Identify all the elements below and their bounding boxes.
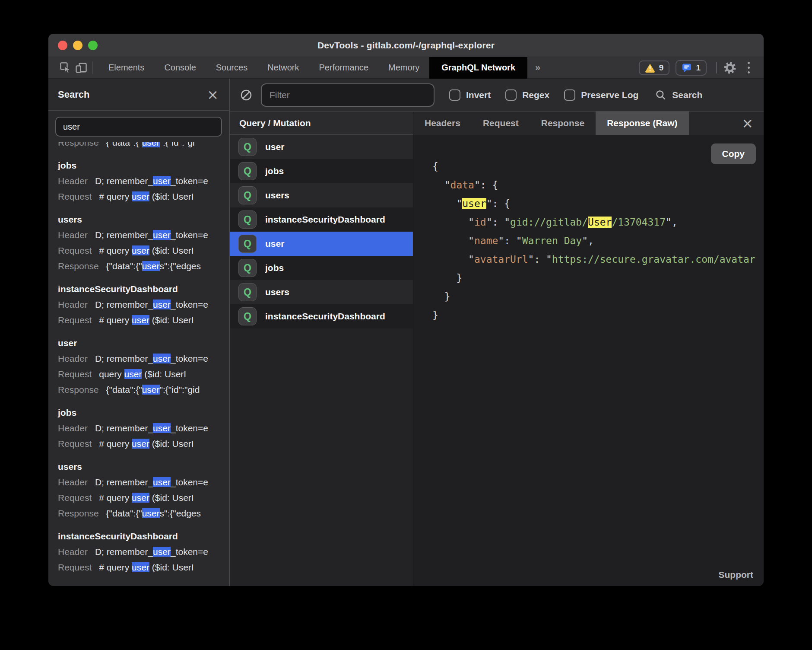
checkbox-label: Regex — [522, 90, 549, 100]
result-line-label: Response — [58, 508, 99, 518]
json-line: } — [432, 269, 764, 287]
result-line-content: D; remember_user_token=e — [95, 547, 208, 557]
result-line-label: Header — [58, 176, 88, 186]
query-type-badge: Q — [238, 259, 257, 277]
search-result-line[interactable]: HeaderD; remember_user_token=e — [58, 297, 229, 312]
search-result-group-title: instanceSecurityDashboard — [58, 281, 229, 297]
query-item-label: users — [265, 190, 289, 201]
window-title: DevTools - gitlab.com/-/graphql-explorer — [48, 40, 764, 51]
search-result-line[interactable]: Request# query user ($id: UserI — [58, 436, 229, 452]
toolbar-divider — [92, 61, 93, 74]
search-result-group-title: instanceSecurityDashboard — [58, 529, 229, 544]
query-type-badge: Q — [238, 283, 257, 301]
settings-gear-icon[interactable] — [722, 60, 738, 76]
query-list-item[interactable]: Qusers — [230, 280, 413, 304]
clear-block-icon[interactable] — [238, 87, 254, 103]
result-line-label: Response — [58, 261, 99, 271]
zoom-button[interactable] — [88, 41, 98, 50]
result-line-label: Request — [58, 191, 92, 201]
tab-network[interactable]: Network — [257, 57, 309, 79]
warnings-badge[interactable]: 9 — [639, 61, 670, 75]
search-result-line[interactable]: Request# query user ($id: UserI — [58, 490, 229, 506]
support-link[interactable]: Support — [719, 570, 753, 580]
search-result-line[interactable]: HeaderD; remember_user_token=e — [58, 475, 229, 490]
tab-sources[interactable]: Sources — [206, 57, 257, 79]
close-button[interactable] — [58, 41, 67, 50]
query-list-item[interactable]: Qjobs — [230, 159, 413, 183]
filter-input[interactable] — [261, 83, 435, 107]
checkbox-regex[interactable] — [505, 89, 517, 101]
query-list-item[interactable]: Quser — [230, 135, 413, 159]
search-button[interactable]: Search — [655, 89, 702, 101]
tab-graphql-network[interactable]: GraphQL Network — [429, 57, 527, 79]
devtools-window: DevTools - gitlab.com/-/graphql-explorer… — [48, 34, 764, 586]
search-result-line[interactable]: Response{"data":{"users":{"edges — [58, 258, 229, 274]
tab-console[interactable]: Console — [154, 57, 206, 79]
search-result-line[interactable]: Request# query user ($id: UserI — [58, 560, 229, 575]
tab-headers[interactable]: Headers — [413, 112, 472, 135]
json-line: "data": { — [432, 176, 764, 194]
query-list-item[interactable]: QinstanceSecurityDashboard — [230, 207, 413, 232]
filter-option-regex: Regex — [505, 89, 549, 101]
more-options-kebab-icon[interactable] — [742, 60, 755, 76]
result-line-content: D; remember_user_token=e — [95, 176, 208, 186]
close-search-icon[interactable]: × — [207, 88, 219, 102]
tab-performance[interactable]: Performance — [309, 57, 379, 79]
search-result-line[interactable]: HeaderD; remember_user_token=e — [58, 227, 229, 243]
query-list-item[interactable]: Qusers — [230, 183, 413, 207]
search-drawer-title: Search — [58, 89, 89, 100]
search-result-line[interactable]: Request# query user ($id: UserI — [58, 243, 229, 258]
query-list-item[interactable]: QinstanceSecurityDashboard — [230, 304, 413, 328]
query-type-badge: Q — [238, 162, 257, 180]
search-result-line[interactable]: Request# query user ($id: UserI — [58, 189, 229, 204]
device-toolbar-icon[interactable] — [73, 60, 89, 76]
query-item-label: instanceSecurityDashboard — [265, 214, 385, 225]
query-type-badge: Q — [238, 210, 257, 229]
search-result-group-title: jobs — [58, 158, 229, 173]
search-result-line[interactable]: HeaderD; remember_user_token=e — [58, 421, 229, 436]
devtools-toolbar: ElementsConsoleSourcesNetworkPerformance… — [48, 57, 764, 79]
tab-elements[interactable]: Elements — [98, 57, 154, 79]
message-bubble-icon — [682, 63, 692, 73]
json-viewer: { "data": { "user": { "id": "gid://gitla… — [413, 135, 764, 325]
network-filter-bar: InvertRegexPreserve Log Search — [230, 79, 764, 112]
titlebar: DevTools - gitlab.com/-/graphql-explorer — [48, 34, 764, 57]
inspect-element-icon[interactable] — [58, 60, 73, 76]
checkbox-preserve-log[interactable] — [564, 89, 575, 101]
result-line-content: # query user ($id: UserI — [99, 439, 193, 449]
json-line: "avatarUrl": "https://secure.gravatar.co… — [432, 250, 764, 269]
query-list-item-selected[interactable]: Quser — [230, 232, 413, 256]
query-type-badge: Q — [238, 307, 257, 325]
filter-option-invert: Invert — [449, 89, 491, 101]
tab-response-raw[interactable]: Response (Raw) — [596, 112, 688, 135]
query-list-item[interactable]: Qjobs — [230, 256, 413, 280]
checkbox-invert[interactable] — [449, 89, 460, 101]
search-result-line[interactable]: HeaderD; remember_user_token=e — [58, 351, 229, 366]
close-response-icon[interactable]: × — [731, 112, 764, 135]
search-result-line[interactable]: Requestquery user ($id: UserI — [58, 366, 229, 382]
search-result-line[interactable]: Response{"data":{"users":{"edges — [58, 506, 229, 521]
copy-button[interactable]: Copy — [711, 143, 756, 164]
search-result-line[interactable]: HeaderD; remember_user_token=e — [58, 544, 229, 560]
messages-badge[interactable]: 1 — [676, 60, 707, 76]
result-line-label: Header — [58, 423, 88, 433]
search-result-group-title: users — [58, 212, 229, 227]
query-item-label: user — [265, 239, 284, 249]
tab-memory[interactable]: Memory — [378, 57, 429, 79]
search-result-line[interactable]: Request# query user ($id: UserI — [58, 312, 229, 328]
query-item-label: instanceSecurityDashboard — [265, 311, 385, 322]
result-line-label: Request — [58, 493, 92, 503]
result-line-label: Request — [58, 562, 92, 572]
tab-request[interactable]: Request — [472, 112, 530, 135]
search-drawer-header: Search × — [48, 79, 229, 111]
search-result-line[interactable]: Response{"data":{"user":{"id":"gi — [58, 142, 229, 150]
more-tabs-button[interactable]: » — [527, 62, 548, 73]
search-input[interactable] — [55, 117, 222, 137]
search-result-line[interactable]: HeaderD; remember_user_token=e — [58, 173, 229, 189]
tab-response[interactable]: Response — [530, 112, 596, 135]
search-result-line[interactable]: Response{"data":{"user":{"id":"gid — [58, 382, 229, 398]
minimize-button[interactable] — [73, 41, 82, 50]
json-line: "name": "Warren Day", — [432, 232, 764, 250]
result-line-label: Request — [58, 369, 92, 379]
result-line-content: # query user ($id: UserI — [99, 245, 193, 255]
